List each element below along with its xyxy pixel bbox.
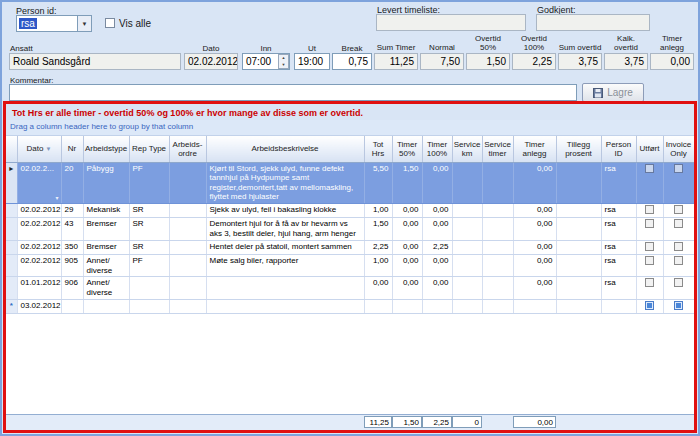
invoice-checkbox[interactable] — [674, 205, 683, 214]
cell-invoice[interactable] — [663, 277, 694, 299]
cell-beskrivelse[interactable]: Sjekk av ulyd, feil i bakasling klokke — [206, 203, 364, 218]
table-row[interactable]: 02.02.2012350BremserSRHentet deler på st… — [6, 240, 694, 255]
cell-rep_type[interactable]: PF — [129, 162, 169, 203]
cell-nr[interactable]: 43 — [61, 218, 83, 240]
cell-tot_hrs[interactable]: 0,00 — [364, 277, 392, 299]
utfort-checkbox[interactable] — [645, 164, 654, 173]
cell-person_id[interactable]: rsa — [601, 203, 636, 218]
cell-nr[interactable]: 20 — [61, 162, 83, 203]
utfort-checkbox[interactable] — [645, 256, 654, 265]
cell-nr[interactable]: 905 — [61, 255, 83, 277]
person-id-combobox[interactable]: rsa ▼ — [16, 15, 92, 32]
column-header-dato[interactable]: Dato▼ — [17, 136, 61, 162]
cell-beskrivelse[interactable] — [206, 299, 364, 314]
spinner-down-icon[interactable]: ▼ — [278, 62, 289, 70]
column-header-person_id[interactable]: Person ID — [601, 136, 636, 162]
column-header-arbeidstype[interactable]: Arbeidstype — [83, 136, 129, 162]
table-row[interactable]: 02.02.201229MekaniskSRSjekk av ulyd, fei… — [6, 203, 694, 218]
cell-dato[interactable]: 02.02.2012 — [17, 218, 61, 240]
group-by-bar[interactable]: Drag a column header here to group by th… — [6, 120, 694, 136]
cell-timer50[interactable]: 1,50 — [392, 162, 422, 203]
cell-nr[interactable]: 29 — [61, 203, 83, 218]
utfort-checkbox[interactable] — [645, 301, 654, 310]
invoice-checkbox[interactable] — [674, 164, 683, 173]
cell-rep_type[interactable]: SR — [129, 218, 169, 240]
cell-beskrivelse[interactable]: Demontert hjul for å få av br hevarm vs … — [206, 218, 364, 240]
cell-service_km[interactable] — [452, 255, 482, 277]
column-header-invoice[interactable]: Invoice Only — [663, 136, 694, 162]
cell-timer_anlegg[interactable]: 0,00 — [513, 277, 556, 299]
cell-nr[interactable] — [61, 299, 83, 314]
table-row[interactable]: *03.02.2012 — [6, 299, 694, 314]
cell-invoice[interactable] — [663, 203, 694, 218]
cell-utfort[interactable] — [636, 218, 663, 240]
cell-person_id[interactable]: rsa — [601, 277, 636, 299]
cell-utfort[interactable] — [636, 277, 663, 299]
cell-beskrivelse[interactable] — [206, 277, 364, 299]
cell-rep_type[interactable]: SR — [129, 240, 169, 255]
kommentar-field[interactable] — [9, 84, 577, 101]
table-row[interactable]: 02.02.2012905Annet/ diversePFMøte salg b… — [6, 255, 694, 277]
cell-arbeidsordre[interactable] — [169, 218, 206, 240]
cell-arbeidstype[interactable]: Annet/ diverse — [83, 277, 129, 299]
cell-arbeidstype[interactable]: Annet/ diverse — [83, 255, 129, 277]
cell-arbeidsordre[interactable] — [169, 162, 206, 203]
column-header-service_timer[interactable]: Service timer — [482, 136, 513, 162]
utfort-checkbox[interactable] — [645, 278, 654, 287]
cell-tot_hrs[interactable]: 1,50 — [364, 218, 392, 240]
cell-service_timer[interactable] — [482, 240, 513, 255]
table-row[interactable]: 02.02.201243BremserSRDemontert hjul for … — [6, 218, 694, 240]
cell-service_km[interactable] — [452, 240, 482, 255]
cell-arbeidsordre[interactable] — [169, 203, 206, 218]
cell-rep_type[interactable] — [129, 299, 169, 314]
cell-tot_hrs[interactable]: 5,50 — [364, 162, 392, 203]
cell-timer_anlegg[interactable]: 0,00 — [513, 240, 556, 255]
column-header-tot_hrs[interactable]: Tot Hrs — [364, 136, 392, 162]
lagre-button[interactable]: Lagre — [582, 83, 644, 102]
cell-person_id[interactable]: rsa — [601, 240, 636, 255]
invoice-checkbox[interactable] — [674, 278, 683, 287]
cell-person_id[interactable] — [601, 299, 636, 314]
cell-service_timer[interactable] — [482, 255, 513, 277]
break-field[interactable]: 0,75 — [332, 53, 372, 70]
table-row[interactable]: ▸02.02.2...▾20PåbyggPFKjørt til Stord, s… — [6, 162, 694, 203]
invoice-checkbox[interactable] — [674, 256, 683, 265]
spinner-up-icon[interactable]: ▲ — [278, 54, 289, 62]
cell-beskrivelse[interactable]: Møte salg biler, rapporter — [206, 255, 364, 277]
cell-rep_type[interactable]: SR — [129, 203, 169, 218]
cell-utfort[interactable] — [636, 255, 663, 277]
cell-dato[interactable]: 02.02.2...▾ — [17, 162, 61, 203]
cell-timer50[interactable]: 0,00 — [392, 240, 422, 255]
cell-timer100[interactable] — [422, 299, 452, 314]
cell-dato[interactable]: 02.02.2012 — [17, 203, 61, 218]
godkjent-field[interactable] — [536, 14, 650, 31]
cell-dato[interactable]: 01.01.2012 — [17, 277, 61, 299]
invoice-checkbox[interactable] — [674, 301, 683, 310]
cell-person_id[interactable]: rsa — [601, 162, 636, 203]
cell-tot_hrs[interactable]: 1,00 — [364, 255, 392, 277]
cell-person_id[interactable]: rsa — [601, 218, 636, 240]
date-editor-dropdown-icon[interactable]: ▾ — [55, 195, 58, 202]
cell-timer_anlegg[interactable]: 0,00 — [513, 162, 556, 203]
column-header-arbeidsordre[interactable]: Arbeids- ordre — [169, 136, 206, 162]
cell-rep_type[interactable]: PF — [129, 255, 169, 277]
cell-timer100[interactable]: 2,25 — [422, 240, 452, 255]
column-header-beskrivelse[interactable]: Arbeidsbeskrivelse — [206, 136, 364, 162]
invoice-checkbox[interactable] — [674, 219, 683, 228]
cell-invoice[interactable] — [663, 240, 694, 255]
cell-beskrivelse[interactable]: Kjørt til Stord, sjekk ulyd, funne defek… — [206, 162, 364, 203]
cell-utfort[interactable] — [636, 240, 663, 255]
column-header-tillegg[interactable]: Tillegg prosent — [556, 136, 601, 162]
cell-dato[interactable]: 02.02.2012 — [17, 255, 61, 277]
cell-service_km[interactable] — [452, 162, 482, 203]
cell-dato[interactable]: 02.02.2012 — [17, 240, 61, 255]
cell-timer50[interactable]: 0,00 — [392, 277, 422, 299]
cell-timer100[interactable]: 0,00 — [422, 162, 452, 203]
cell-service_timer[interactable] — [482, 162, 513, 203]
cell-utfort[interactable] — [636, 162, 663, 203]
cell-timer50[interactable]: 0,00 — [392, 255, 422, 277]
cell-service_km[interactable] — [452, 299, 482, 314]
cell-arbeidsordre[interactable] — [169, 277, 206, 299]
utfort-checkbox[interactable] — [645, 205, 654, 214]
cell-timer_anlegg[interactable] — [513, 299, 556, 314]
